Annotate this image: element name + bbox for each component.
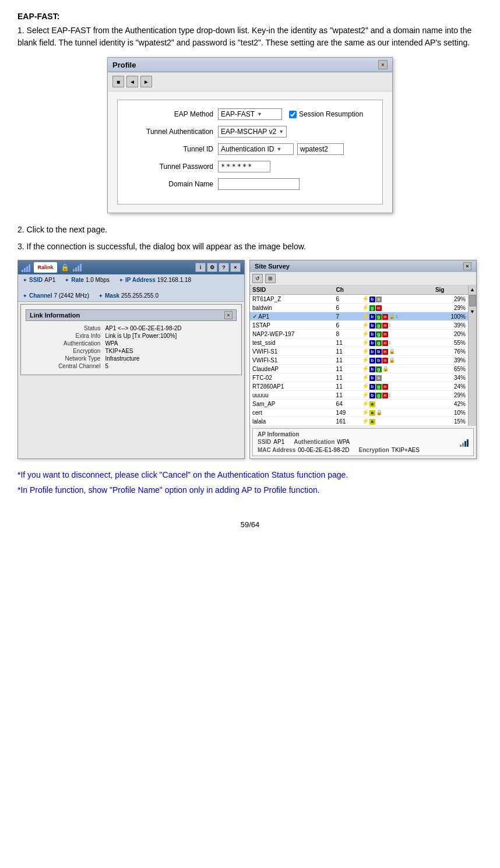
row-signal: 29% (433, 295, 468, 304)
link-info-auth-key: Authentication (26, 340, 103, 347)
site-survey-row[interactable]: Sam_AP64⚡a42% (250, 400, 468, 408)
link-info-extra-row: Extra Info Link is Up [Tx Power:100%] (26, 332, 237, 340)
tunnel-id-field: Authentication ID ▼ wpatest2 (218, 143, 344, 155)
ralink-logo-text: Ralink (34, 262, 57, 273)
link-info-nettype-val: Infrastructure (103, 355, 237, 362)
site-survey-titlebar: Site Survey × (250, 260, 476, 272)
session-resumption-checkbox[interactable] (289, 111, 297, 118)
ap-enc-key: Encryption (359, 447, 389, 453)
row-channel: 161 (334, 417, 360, 426)
row-channel: 6 (334, 321, 360, 330)
scroll-up-arrow[interactable]: ▲ (469, 285, 476, 294)
eap-method-arrow: ▼ (257, 111, 262, 117)
link-info-titlebar: Link Information × (26, 309, 237, 321)
site-survey-row[interactable]: VWIFI-S111⚡bbn🔒39% (250, 356, 468, 365)
profile-close-btn[interactable]: × (378, 60, 388, 69)
row-ssid: ClaudeAP (250, 365, 334, 373)
row-channel: 7 (334, 312, 360, 321)
ap-info-row2: MAC Address 00-0E-2E-E1-98-2D Encryption… (258, 447, 469, 453)
mask-value: 255.255.255.0 (121, 292, 159, 299)
tunnel-password-input[interactable]: ****** (218, 161, 270, 172)
eap-method-label: EAP Method (125, 110, 218, 118)
main-title: EAP-FAST: (17, 12, 483, 21)
tunnel-auth-dropdown[interactable]: EAP-MSCHAP v2 ▼ (218, 126, 287, 137)
row-ssid: RT2860AP1 (250, 382, 334, 391)
site-survey-row[interactable]: baldwin6⚡gn29% (250, 304, 468, 312)
tunnel-id-input[interactable]: wpatest2 (297, 143, 344, 155)
ralink-nav-help[interactable]: ? (219, 263, 229, 272)
wifi-signal-icon (22, 263, 30, 272)
step2-text: 2. Click to the next page. (17, 224, 483, 236)
domain-name-input[interactable] (218, 178, 300, 190)
tunnel-id-dropdown-value: Authentication ID (221, 145, 274, 153)
row-ssid: ✓ AP1 (250, 312, 334, 321)
ap-ssid-value: AP1 (273, 439, 284, 447)
site-survey-row[interactable]: uuuuu11⚡bgn↕29% (250, 391, 468, 400)
link-info-table: Status AP1 <--> 00-0E-2E-E1-98-2D Extra … (26, 324, 237, 370)
toolbar-stop-btn[interactable]: ■ (112, 76, 124, 87)
ssid-icon: ✦ (23, 277, 27, 283)
site-survey-row[interactable]: FTC-0211⚡bs34% (250, 373, 468, 382)
domain-name-row: Domain Name (125, 178, 375, 190)
scrollbar[interactable]: ▲ ▼ (468, 285, 476, 426)
link-info-auth-row: Authentication WPA (26, 340, 237, 347)
site-survey-table: SSID Ch Sig RT61AP_Z6⚡bs29%baldwin6⚡gn29… (250, 285, 468, 426)
site-survey-row[interactable]: ClaudeAP11⚡bg🔒65% (250, 365, 468, 373)
row-badges: ⚡bs (360, 373, 433, 382)
site-survey-close-btn[interactable]: × (463, 262, 471, 270)
site-survey-row[interactable]: RT61AP_Z6⚡bs29% (250, 295, 468, 304)
rate-info: ✦ Rate 1.0 Mbps (65, 277, 110, 283)
col-sig: Sig (433, 285, 468, 295)
row-badges: ⚡bgn↕ (360, 391, 433, 400)
tunnel-id-row: Tunnel ID Authentication ID ▼ wpatest2 (125, 143, 375, 155)
row-ssid: 1STAP (250, 321, 334, 330)
site-survey-row[interactable]: ✓ AP17⚡bgn🔒↕100% (250, 312, 468, 321)
toolbar-next-btn[interactable]: ► (140, 76, 152, 87)
scroll-thumb[interactable] (469, 295, 476, 306)
tunnel-id-dropdown[interactable]: Authentication ID ▼ (218, 143, 294, 155)
connect-icon[interactable]: ⊞ (265, 274, 276, 283)
link-info-close[interactable]: × (224, 311, 233, 319)
row-signal: 42% (433, 400, 468, 408)
eap-method-dropdown[interactable]: EAP-FAST ▼ (218, 108, 282, 120)
rate-icon: ✦ (65, 277, 69, 283)
row-signal: 34% (433, 373, 468, 382)
row-signal: 76% (433, 347, 468, 356)
row-channel: 11 (334, 347, 360, 356)
profile-titlebar: Profile × (108, 58, 392, 72)
ralink-info-bar: ✦ SSID AP1 ✦ Rate 1.0 Mbps ✦ IP Address … (18, 274, 244, 302)
site-survey-row[interactable]: VWIFI-S111⚡bbn🔒76% (250, 347, 468, 356)
link-info-cch-key: Central Channel (26, 362, 103, 370)
row-ssid: RT61AP_Z (250, 295, 334, 304)
ralink-nav-buttons: i ⚙ ? × (195, 263, 241, 272)
profile-content: EAP Method EAP-FAST ▼ Session Resumption (108, 91, 392, 213)
row-channel: 11 (334, 338, 360, 347)
site-survey-row[interactable]: NAP2-WEP-1978⚡bgn20% (250, 330, 468, 338)
row-badges: ⚡bbn🔒 (360, 356, 433, 365)
row-ssid: uuuuu (250, 391, 334, 400)
ap-info-row1: SSID AP1 Authentication WPA (258, 439, 469, 447)
scroll-down-arrow[interactable]: ▼ (469, 308, 476, 316)
site-survey-row[interactable]: cert149⚡a🔒10% (250, 408, 468, 417)
row-signal: 55% (433, 338, 468, 347)
link-info-enc-key: Encryption (26, 347, 103, 355)
ralink-nav-close[interactable]: × (230, 263, 241, 272)
link-info-status-val: AP1 <--> 00-0E-2E-E1-98-2D (103, 324, 237, 332)
tunnel-auth-value: EAP-MSCHAP v2 (221, 128, 276, 136)
row-signal: 100% (433, 312, 468, 321)
tunnel-id-arrow: ▼ (276, 146, 281, 152)
refresh-icon[interactable]: ↺ (252, 274, 263, 283)
site-survey-row[interactable]: RT2860AP111⚡bgn24% (250, 382, 468, 391)
ssid-info: ✦ SSID AP1 (23, 277, 55, 283)
ralink-nav-info[interactable]: i (195, 263, 206, 272)
ralink-nav-settings[interactable]: ⚙ (207, 263, 217, 272)
ap-info-title: AP Information (258, 431, 469, 437)
site-survey-row[interactable]: 1STAP6⚡bgn↕39% (250, 321, 468, 330)
site-survey-row[interactable]: lalala161⚡a15% (250, 417, 468, 426)
eap-method-field: EAP-FAST ▼ Session Resumption (218, 108, 363, 120)
ap-mac-item: MAC Address 00-0E-2E-E1-98-2D (258, 447, 350, 453)
row-channel: 149 (334, 408, 360, 417)
toolbar-back-btn[interactable]: ◄ (126, 76, 138, 87)
site-survey-row[interactable]: test_ssid11⚡bgn↕55% (250, 338, 468, 347)
page-number: 59/64 (17, 520, 483, 529)
